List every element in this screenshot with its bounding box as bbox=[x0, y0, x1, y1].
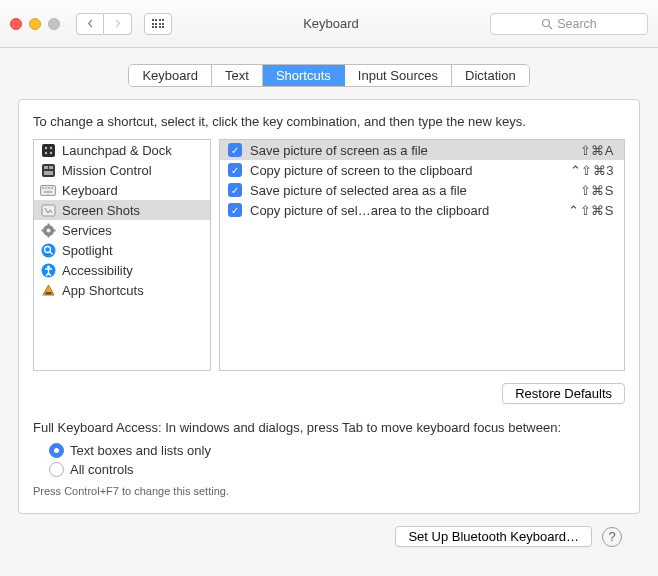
shortcut-list[interactable]: ✓ Save picture of screen as a file ⇧⌘A ✓… bbox=[219, 139, 625, 371]
radio-label: All controls bbox=[70, 462, 134, 477]
svg-rect-10 bbox=[44, 171, 53, 175]
back-button[interactable] bbox=[76, 13, 104, 35]
svg-rect-2 bbox=[42, 144, 55, 157]
radio-all-controls[interactable]: All controls bbox=[49, 460, 625, 479]
shortcuts-panel: To change a shortcut, select it, click t… bbox=[18, 99, 640, 514]
shortcut-row[interactable]: ✓ Save picture of selected area as a fil… bbox=[220, 180, 624, 200]
shortcut-row[interactable]: ✓ Copy picture of screen to the clipboar… bbox=[220, 160, 624, 180]
svg-point-5 bbox=[44, 151, 46, 153]
category-screen-shots[interactable]: Screen Shots bbox=[34, 200, 210, 220]
help-button[interactable]: ? bbox=[602, 527, 622, 547]
shortcut-checkbox[interactable]: ✓ bbox=[228, 203, 242, 217]
tab-input-sources[interactable]: Input Sources bbox=[345, 65, 452, 86]
full-keyboard-access-label: Full Keyboard Access: In windows and dia… bbox=[33, 420, 625, 435]
category-label: Spotlight bbox=[62, 243, 113, 258]
tab-bar: Keyboard Text Shortcuts Input Sources Di… bbox=[18, 58, 640, 99]
spotlight-icon bbox=[40, 242, 56, 258]
svg-point-19 bbox=[46, 228, 50, 232]
category-services[interactable]: Services bbox=[34, 220, 210, 240]
tab-shortcuts[interactable]: Shortcuts bbox=[263, 65, 345, 86]
screenshots-icon bbox=[40, 202, 56, 218]
window-controls bbox=[10, 18, 60, 30]
radio-icon[interactable] bbox=[49, 462, 64, 477]
svg-line-1 bbox=[549, 25, 552, 28]
shortcut-checkbox[interactable]: ✓ bbox=[228, 143, 242, 157]
category-label: App Shortcuts bbox=[62, 283, 144, 298]
radio-icon[interactable] bbox=[49, 443, 64, 458]
svg-rect-21 bbox=[47, 234, 49, 237]
zoom-icon bbox=[48, 18, 60, 30]
accessibility-icon bbox=[40, 262, 56, 278]
category-mission-control[interactable]: Mission Control bbox=[34, 160, 210, 180]
tab-text[interactable]: Text bbox=[212, 65, 263, 86]
svg-rect-22 bbox=[41, 229, 44, 231]
category-label: Services bbox=[62, 223, 112, 238]
shortcut-name: Save picture of selected area as a file bbox=[250, 183, 572, 198]
category-label: Keyboard bbox=[62, 183, 118, 198]
close-icon[interactable] bbox=[10, 18, 22, 30]
app-shortcuts-icon bbox=[40, 282, 56, 298]
category-label: Screen Shots bbox=[62, 203, 140, 218]
category-accessibility[interactable]: Accessibility bbox=[34, 260, 210, 280]
forward-button[interactable] bbox=[104, 13, 132, 35]
svg-rect-15 bbox=[51, 187, 53, 189]
shortcut-checkbox[interactable]: ✓ bbox=[228, 163, 242, 177]
svg-point-3 bbox=[44, 146, 46, 148]
shortcut-keys[interactable]: ⌃⇧⌘3 bbox=[570, 163, 614, 178]
svg-point-0 bbox=[543, 19, 550, 26]
tab-keyboard[interactable]: Keyboard bbox=[129, 65, 212, 86]
search-icon bbox=[541, 18, 553, 30]
svg-rect-17 bbox=[42, 205, 55, 216]
shortcut-name: Copy picture of sel…area to the clipboar… bbox=[250, 203, 560, 218]
radio-text-boxes-only[interactable]: Text boxes and lists only bbox=[49, 441, 625, 460]
svg-rect-16 bbox=[44, 191, 52, 193]
svg-point-4 bbox=[49, 146, 51, 148]
services-icon bbox=[40, 222, 56, 238]
category-list[interactable]: Launchpad & Dock Mission Control Keyboar… bbox=[33, 139, 211, 371]
svg-rect-7 bbox=[42, 164, 55, 177]
svg-point-24 bbox=[41, 243, 55, 257]
shortcut-name: Copy picture of screen to the clipboard bbox=[250, 163, 562, 178]
svg-point-6 bbox=[49, 151, 51, 153]
svg-rect-14 bbox=[48, 187, 50, 189]
search-input[interactable]: Search bbox=[490, 13, 648, 35]
restore-defaults-button[interactable]: Restore Defaults bbox=[502, 383, 625, 404]
shortcut-row[interactable]: ✓ Save picture of screen as a file ⇧⌘A bbox=[220, 140, 624, 160]
category-label: Accessibility bbox=[62, 263, 133, 278]
svg-point-28 bbox=[47, 265, 50, 268]
category-keyboard[interactable]: Keyboard bbox=[34, 180, 210, 200]
category-label: Mission Control bbox=[62, 163, 152, 178]
category-spotlight[interactable]: Spotlight bbox=[34, 240, 210, 260]
keyboard-icon bbox=[40, 182, 56, 198]
nav-buttons bbox=[76, 13, 132, 35]
tab-dictation[interactable]: Dictation bbox=[452, 65, 529, 86]
show-all-button[interactable] bbox=[144, 13, 172, 35]
titlebar: Keyboard Search bbox=[0, 0, 658, 48]
svg-rect-12 bbox=[42, 187, 44, 189]
mission-control-icon bbox=[40, 162, 56, 178]
setup-bluetooth-button[interactable]: Set Up Bluetooth Keyboard… bbox=[395, 526, 592, 547]
shortcut-checkbox[interactable]: ✓ bbox=[228, 183, 242, 197]
category-launchpad[interactable]: Launchpad & Dock bbox=[34, 140, 210, 160]
svg-rect-20 bbox=[47, 223, 49, 226]
shortcut-row[interactable]: ✓ Copy picture of sel…area to the clipbo… bbox=[220, 200, 624, 220]
svg-rect-29 bbox=[45, 292, 51, 295]
shortcut-keys[interactable]: ⇧⌘A bbox=[580, 143, 614, 158]
shortcut-keys[interactable]: ⇧⌘S bbox=[580, 183, 614, 198]
minimize-icon[interactable] bbox=[29, 18, 41, 30]
svg-rect-8 bbox=[44, 166, 48, 169]
search-placeholder: Search bbox=[557, 17, 597, 31]
shortcut-keys[interactable]: ⌃⇧⌘S bbox=[568, 203, 614, 218]
keyboard-access-hint: Press Control+F7 to change this setting. bbox=[33, 485, 625, 497]
launchpad-icon bbox=[40, 142, 56, 158]
svg-rect-9 bbox=[49, 166, 53, 169]
shortcut-name: Save picture of screen as a file bbox=[250, 143, 572, 158]
window-title: Keyboard bbox=[180, 16, 482, 31]
svg-rect-23 bbox=[52, 229, 55, 231]
svg-rect-13 bbox=[45, 187, 47, 189]
page-content: Keyboard Text Shortcuts Input Sources Di… bbox=[0, 48, 658, 576]
category-label: Launchpad & Dock bbox=[62, 143, 172, 158]
radio-label: Text boxes and lists only bbox=[70, 443, 211, 458]
grid-icon bbox=[152, 19, 165, 28]
category-app-shortcuts[interactable]: App Shortcuts bbox=[34, 280, 210, 300]
